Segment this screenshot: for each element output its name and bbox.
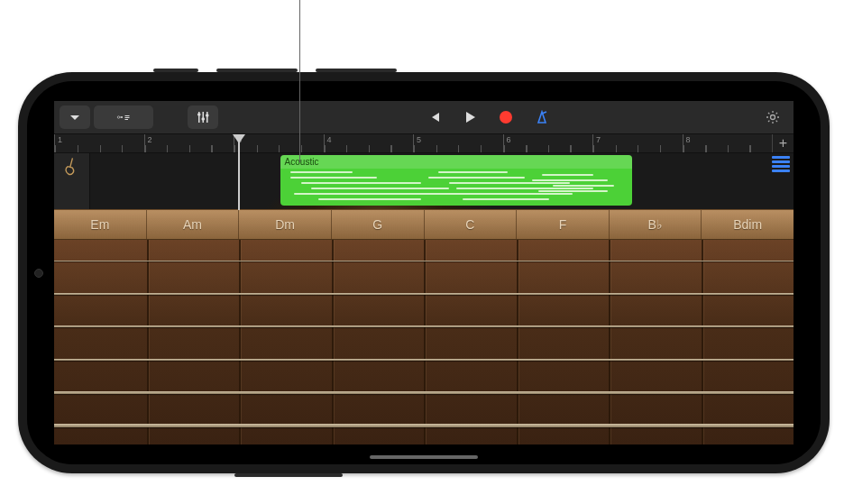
metronome-icon: [535, 110, 549, 124]
guitar-string-2[interactable]: [54, 293, 794, 295]
chord-button[interactable]: F: [517, 210, 610, 239]
transport-controls: [418, 105, 557, 129]
chevron-down-icon: [68, 110, 82, 124]
chord-button[interactable]: G: [332, 210, 425, 239]
timeline-ruler[interactable]: 1 2 3 4 5 6 7 8 +: [54, 133, 794, 153]
svg-point-10: [206, 114, 209, 117]
ruler-bar: 7: [592, 134, 683, 152]
region-waveform: [284, 170, 628, 202]
ruler-bar: 6: [503, 134, 593, 152]
callout-line: [299, 0, 300, 162]
device-notch: [27, 201, 50, 345]
play-button[interactable]: [454, 105, 485, 129]
chord-button[interactable]: Em: [54, 210, 147, 239]
chord-button[interactable]: Am: [147, 210, 240, 239]
chord-button[interactable]: Dm: [239, 210, 332, 239]
chord-button[interactable]: Bdim: [702, 210, 794, 239]
region-label: Acoustic: [280, 155, 632, 169]
app-screen: 1 2 3 4 5 6 7 8 + Acoustic: [54, 101, 794, 444]
tracks-area: Acoustic: [54, 153, 794, 209]
guitar-icon: [57, 153, 87, 184]
record-icon: [500, 111, 512, 124]
phone-frame: 1 2 3 4 5 6 7 8 + Acoustic: [18, 72, 830, 473]
guitar-string-5[interactable]: [54, 391, 794, 394]
settings-button[interactable]: [757, 105, 788, 129]
add-section-button[interactable]: +: [772, 134, 794, 152]
sliders-icon: [196, 110, 210, 124]
guitar-string-4[interactable]: [54, 359, 794, 362]
rewind-button[interactable]: [418, 105, 449, 129]
playhead[interactable]: [239, 134, 240, 152]
ruler-bar: 4: [324, 134, 414, 152]
play-icon: [463, 110, 477, 124]
ruler-bar: 2: [144, 134, 234, 152]
ruler-bar: 1: [54, 134, 144, 152]
metronome-button[interactable]: [527, 105, 557, 129]
svg-rect-4: [125, 119, 129, 120]
guitar-string-1[interactable]: [54, 261, 794, 261]
ruler-bar: 3: [234, 134, 324, 152]
control-bar: [54, 101, 794, 133]
svg-point-0: [117, 116, 120, 119]
svg-rect-6: [203, 112, 205, 123]
svg-point-12: [771, 115, 775, 120]
chord-strip-toggle[interactable]: [772, 155, 790, 173]
fretboard[interactable]: [54, 240, 794, 444]
view-toggle-button[interactable]: [94, 105, 153, 129]
ruler-bar: 8: [683, 134, 773, 152]
view-toggle-icon: [116, 110, 131, 124]
ruler-bar: 5: [413, 134, 503, 152]
svg-point-8: [197, 113, 201, 116]
audio-region[interactable]: Acoustic: [280, 155, 632, 206]
record-button[interactable]: [491, 105, 521, 129]
svg-rect-3: [125, 117, 130, 118]
svg-rect-2: [125, 115, 130, 116]
svg-point-9: [201, 117, 205, 121]
chord-strip: Em Am Dm G C F B♭ Bdim: [54, 209, 794, 240]
svg-rect-1: [121, 116, 124, 118]
track-lane[interactable]: Acoustic: [90, 153, 794, 209]
chord-button[interactable]: C: [425, 210, 518, 239]
chord-button[interactable]: B♭: [610, 210, 702, 239]
guitar-string-6[interactable]: [54, 424, 794, 427]
track-header[interactable]: [54, 153, 90, 209]
home-indicator[interactable]: [370, 455, 478, 459]
svg-rect-7: [206, 112, 208, 123]
rewind-icon: [427, 110, 441, 124]
track-controls-button[interactable]: [188, 105, 218, 129]
gear-icon: [766, 110, 780, 124]
browser-button[interactable]: [60, 105, 90, 129]
guitar-string-3[interactable]: [54, 325, 794, 327]
